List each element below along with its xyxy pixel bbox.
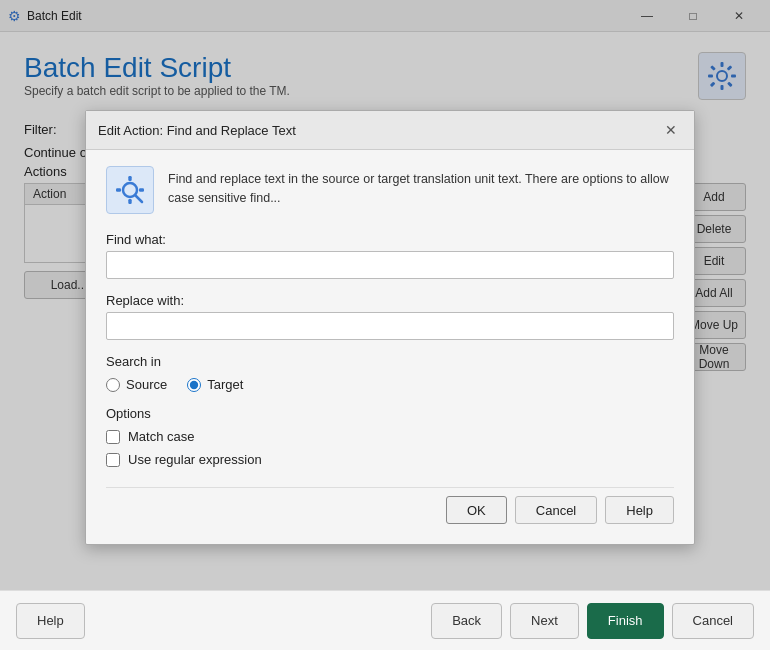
find-replace-icon: [112, 172, 148, 208]
find-what-group: Find what:: [106, 232, 674, 279]
cancel-footer-button[interactable]: Cancel: [672, 603, 754, 639]
regex-checkbox[interactable]: [106, 453, 120, 467]
find-what-label: Find what:: [106, 232, 674, 247]
match-case-item[interactable]: Match case: [106, 429, 674, 444]
options-label: Options: [106, 406, 674, 421]
options-section: Options Match case Use regular expressio…: [106, 406, 674, 467]
back-button[interactable]: Back: [431, 603, 502, 639]
dialog-body: Find and replace text in the source or t…: [86, 150, 694, 544]
dialog-info-icon: [106, 166, 154, 214]
replace-with-group: Replace with:: [106, 293, 674, 340]
regex-label: Use regular expression: [128, 452, 262, 467]
footer-left: Help: [16, 603, 423, 639]
search-in-radio-group: Source Target: [106, 377, 674, 392]
replace-with-input[interactable]: [106, 312, 674, 340]
svg-rect-12: [116, 188, 121, 191]
target-radio-label: Target: [207, 377, 243, 392]
match-case-label: Match case: [128, 429, 194, 444]
search-in-label: Search in: [106, 354, 674, 369]
source-radio-item[interactable]: Source: [106, 377, 167, 392]
ok-button[interactable]: OK: [446, 496, 507, 524]
dialog-info: Find and replace text in the source or t…: [106, 166, 674, 214]
dialog-info-text: Find and replace text in the source or t…: [168, 166, 674, 208]
target-radio-item[interactable]: Target: [187, 377, 243, 392]
help-footer-button[interactable]: Help: [16, 603, 85, 639]
svg-line-14: [135, 195, 142, 202]
find-replace-dialog: Edit Action: Find and Replace Text ✕ Fin…: [85, 110, 695, 545]
replace-with-label: Replace with:: [106, 293, 674, 308]
dialog-title: Edit Action: Find and Replace Text: [98, 123, 296, 138]
source-radio-label: Source: [126, 377, 167, 392]
dialog-close-button[interactable]: ✕: [660, 119, 682, 141]
svg-rect-13: [139, 188, 144, 191]
svg-rect-10: [128, 176, 131, 181]
finish-button[interactable]: Finish: [587, 603, 664, 639]
search-in-section: Search in Source Target: [106, 354, 674, 392]
regex-item[interactable]: Use regular expression: [106, 452, 674, 467]
footer: Help Back Next Finish Cancel: [0, 590, 770, 650]
match-case-checkbox[interactable]: [106, 430, 120, 444]
find-what-input[interactable]: [106, 251, 674, 279]
dialog-titlebar: Edit Action: Find and Replace Text ✕: [86, 111, 694, 150]
source-radio[interactable]: [106, 378, 120, 392]
dialog-footer: OK Cancel Help: [106, 487, 674, 524]
dialog-cancel-button[interactable]: Cancel: [515, 496, 597, 524]
svg-rect-11: [128, 199, 131, 204]
next-button[interactable]: Next: [510, 603, 579, 639]
dialog-help-button[interactable]: Help: [605, 496, 674, 524]
target-radio[interactable]: [187, 378, 201, 392]
